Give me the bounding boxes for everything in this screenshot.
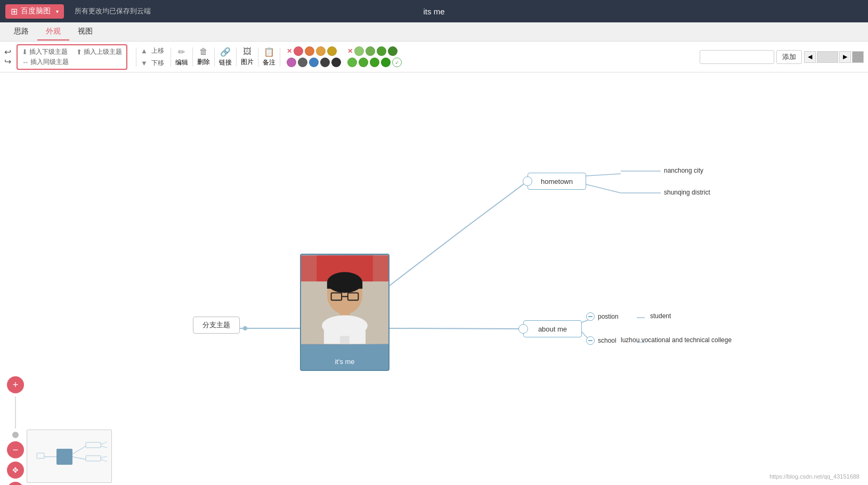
center-node[interactable]: it's me — [300, 254, 390, 371]
link-label[interactable]: 链接 — [219, 58, 232, 67]
shunqing-label: shunqing district — [664, 189, 710, 196]
insert-sibling-button[interactable]: ↔ 插入同级主题 — [22, 58, 69, 67]
move-down-label: 下移 — [151, 59, 164, 68]
svg-line-26 — [101, 459, 107, 462]
edit-label[interactable]: 编辑 — [175, 58, 188, 67]
insert-child-button[interactable]: ⬇ 插入下级主题 — [22, 47, 68, 56]
nav-next-button[interactable]: ▶ — [839, 51, 851, 63]
color-yellow-3[interactable] — [316, 46, 326, 56]
aboutme-node[interactable]: about me — [523, 320, 582, 337]
color-green-6[interactable] — [359, 58, 368, 67]
color-orange-2[interactable] — [305, 46, 314, 56]
move-group: ▲ 上移 ▼ 下移 — [141, 45, 166, 69]
move-up-label: 上移 — [151, 46, 164, 55]
color-darkest-9[interactable] — [331, 58, 341, 67]
school-circle-icon — [586, 336, 595, 345]
color-green-7[interactable] — [370, 58, 379, 67]
position-subitem[interactable]: postion — [586, 312, 619, 321]
green-circles-group: ✕ ✓ — [347, 46, 402, 67]
color-dark-8[interactable] — [320, 58, 330, 67]
tab-silu[interactable]: 思路 — [5, 23, 37, 41]
toolbar: ↩ ↪ ⬇ 插入下级主题 ⬆ 插入上级主题 ↔ 插入同级主题 ▲ 上移 — [0, 42, 868, 72]
zoom-track — [15, 397, 16, 429]
svg-rect-21 — [86, 442, 101, 448]
color-gray-6[interactable] — [298, 58, 307, 67]
image-label[interactable]: 图片 — [241, 58, 254, 67]
redo-button[interactable]: ↪ — [4, 58, 11, 66]
color-purple-5[interactable] — [287, 58, 296, 67]
color-green-5[interactable] — [347, 58, 357, 67]
color-circles-group: ✕ — [287, 46, 341, 67]
school-value: luzhou vocational and technical college — [621, 336, 732, 344]
insert-sibling-label: 插入同级主题 — [30, 58, 69, 67]
svg-line-20 — [72, 457, 86, 459]
svg-line-25 — [101, 456, 107, 458]
delete-label[interactable]: 删除 — [197, 58, 210, 67]
tab-shitu[interactable]: 视图 — [69, 23, 101, 41]
divider-7 — [280, 47, 280, 67]
add-button[interactable]: 添加 — [776, 50, 802, 64]
undo-redo-group: ↩ ↪ — [4, 48, 11, 66]
move-up-button[interactable]: 上移 — [149, 45, 166, 56]
document-title: its me — [423, 7, 444, 16]
nanchong-label: nanchong city — [664, 167, 703, 174]
edit-icon: ✏ — [178, 47, 185, 57]
zoom-out-button[interactable]: − — [7, 441, 24, 458]
color-x-1[interactable]: ✕ — [287, 47, 292, 55]
branch-node[interactable]: 分支主题 — [193, 317, 240, 334]
center-photo — [301, 255, 388, 344]
aboutme-circle-icon — [518, 324, 528, 334]
insert-child-icon: ⬇ — [22, 48, 28, 56]
color-green-3[interactable] — [377, 46, 386, 56]
shunqing-leaf: shunqing district — [664, 189, 710, 196]
search-input[interactable] — [700, 50, 774, 64]
insert-parent-icon: ⬆ — [76, 48, 82, 56]
color-gold-4[interactable] — [327, 46, 337, 56]
move-up-arrow-icon: ▲ — [141, 47, 148, 55]
center-node-label: it's me — [335, 358, 354, 366]
link-group: 🔗 链接 — [219, 47, 232, 67]
color-check[interactable]: ✓ — [392, 58, 402, 67]
saved-status: 所有更改均已保存到云端 — [69, 6, 863, 16]
color-x-2[interactable]: ✕ — [347, 47, 353, 55]
color-row-1: ✕ — [287, 46, 341, 56]
note-icon: 📋 — [264, 47, 274, 57]
color-blue-7[interactable] — [309, 58, 319, 67]
image-group: 🖼 图片 — [241, 47, 254, 67]
insert-row-bottom: ↔ 插入同级主题 — [22, 58, 122, 67]
move-icon-button[interactable]: ✥ — [7, 462, 24, 479]
color-green-8[interactable] — [381, 58, 391, 67]
undo-button[interactable]: ↩ — [4, 48, 11, 56]
svg-rect-18 — [56, 449, 72, 465]
zoom-handle[interactable] — [12, 432, 19, 438]
svg-line-19 — [72, 446, 86, 454]
zoom-in-button[interactable]: + — [7, 376, 24, 393]
divider-1 — [136, 47, 136, 67]
aboutme-label: about me — [538, 325, 567, 333]
school-subitem[interactable]: school — [586, 336, 616, 345]
position-value: student — [650, 312, 671, 320]
branch-node-label: 分支主题 — [202, 320, 230, 330]
divider-6 — [258, 47, 258, 67]
insert-parent-button[interactable]: ⬆ 插入上级主题 — [76, 47, 122, 56]
nav-arrows: ◀ ▶ — [804, 51, 864, 63]
app-logo[interactable]: ⊞ 百度脑图 ▾ — [5, 4, 64, 19]
tab-waiguan[interactable]: 外观 — [37, 23, 69, 41]
reset-icon-button[interactable]: ↺ — [7, 482, 24, 485]
color-green-1[interactable] — [354, 46, 364, 56]
position-value-text: student — [650, 312, 671, 320]
zoom-panel: + − ✥ ↺ 👁 — [5, 376, 26, 485]
color-red-1[interactable] — [294, 46, 303, 56]
hometown-node[interactable]: hometown — [528, 173, 586, 190]
move-down-button[interactable]: 下移 — [149, 58, 166, 69]
divider-4 — [214, 47, 215, 67]
insert-child-label: 插入下级主题 — [29, 47, 68, 56]
tabs-bar: 思路 外观 视图 — [0, 22, 868, 42]
color-green-2[interactable] — [366, 46, 375, 56]
note-label[interactable]: 备注 — [263, 58, 275, 67]
nav-color-button[interactable] — [852, 51, 864, 63]
color-green-4[interactable] — [388, 46, 398, 56]
svg-rect-28 — [37, 453, 44, 458]
search-area: 添加 ◀ ▶ — [700, 50, 864, 64]
nav-prev-button[interactable]: ◀ — [804, 51, 816, 63]
